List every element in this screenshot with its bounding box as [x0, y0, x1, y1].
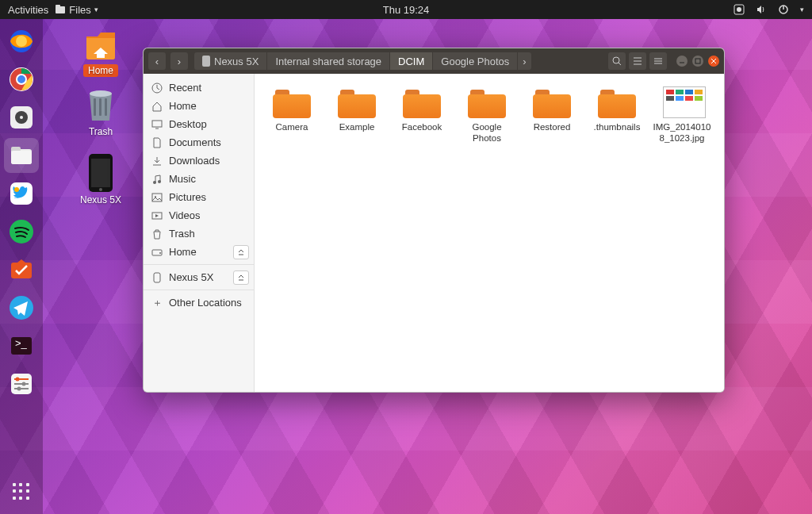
crumb-dcim[interactable]: DCIM	[390, 52, 433, 70]
phone-icon	[202, 56, 210, 67]
svg-point-46	[153, 181, 156, 184]
nav-forward-button[interactable]: ›	[170, 52, 188, 70]
svg-rect-53	[154, 273, 160, 282]
hamburger-menu-button[interactable]	[649, 52, 667, 70]
view-list-button[interactable]	[629, 52, 646, 70]
svg-point-29	[16, 378, 20, 382]
sidebar-item-videos[interactable]: Videos	[144, 206, 254, 224]
sidebar-item-label: Nexus 5X	[169, 271, 213, 283]
file-item[interactable]: Example	[324, 83, 389, 148]
dock-chrome[interactable]	[4, 62, 39, 97]
sidebar-item-desktop[interactable]: Desktop	[144, 115, 254, 133]
apps-grid-icon	[13, 483, 30, 501]
crumb-overflow[interactable]: ›	[518, 52, 530, 70]
sidebar-item-label: Downloads	[169, 155, 220, 167]
sidebar-item-home[interactable]: Home	[144, 243, 254, 261]
trash-icon	[151, 228, 163, 240]
system-menu-chevron-icon[interactable]: ▾	[800, 6, 804, 13]
power-icon[interactable]	[778, 4, 789, 15]
file-item[interactable]: Google Photos	[454, 83, 519, 148]
sidebar-item-recent[interactable]: Recent	[144, 79, 254, 97]
desktop-icon-trash[interactable]: Trash	[71, 86, 130, 137]
svg-text:>_: >_	[15, 337, 28, 349]
nav-back-button[interactable]: ‹	[148, 52, 166, 70]
screen-record-icon[interactable]	[733, 4, 745, 15]
svg-point-19	[14, 187, 19, 192]
documents-icon	[151, 137, 163, 148]
svg-rect-39	[202, 56, 210, 67]
dock-terminal[interactable]: >_	[4, 328, 39, 363]
svg-rect-48	[152, 194, 162, 201]
crumb-google-photos[interactable]: Google Photos	[433, 52, 518, 70]
volume-icon[interactable]	[756, 4, 767, 15]
svg-point-30	[22, 382, 26, 386]
pictures-icon	[151, 192, 163, 203]
dock-telegram[interactable]	[4, 290, 39, 325]
svg-rect-43	[695, 59, 700, 63]
file-item[interactable]: IMG_20140108_1023.jpg	[649, 83, 714, 148]
dock: >_	[0, 19, 43, 514]
sidebar-item-label: Music	[169, 173, 196, 185]
sidebar-item-music[interactable]: Music	[144, 170, 254, 188]
folder-icon	[468, 86, 506, 118]
desktop-icon-nexus[interactable]: Nexus 5X	[71, 154, 130, 205]
dock-rhythmbox[interactable]	[4, 100, 39, 135]
eject-button[interactable]	[233, 245, 249, 259]
window-maximize-button[interactable]	[692, 56, 703, 67]
files-headerbar[interactable]: ‹ › Nexus 5X Internal shared storage DCI…	[144, 48, 724, 74]
videos-icon	[151, 210, 163, 221]
eject-icon	[237, 274, 245, 282]
file-grid[interactable]: CameraExampleFacebookGoogle PhotosRestor…	[255, 74, 724, 392]
crumb-label: Google Photos	[441, 56, 509, 67]
window-close-button[interactable]	[708, 56, 719, 67]
crumb-label: DCIM	[398, 56, 424, 67]
chevron-right-icon: ›	[523, 56, 526, 67]
file-item[interactable]: .thumbnails	[584, 83, 649, 148]
search-button[interactable]	[608, 52, 626, 70]
svg-rect-37	[91, 159, 110, 187]
file-item[interactable]: Facebook	[389, 83, 454, 148]
file-label: .thumbnails	[594, 121, 641, 132]
sidebar-other-locations[interactable]: ＋ Other Locations	[144, 293, 254, 312]
svg-rect-17	[11, 151, 32, 164]
clock[interactable]: Thu 19:24	[383, 4, 430, 16]
desktop-icon-home[interactable]: Home	[71, 24, 130, 77]
sidebar-item-label: Documents	[169, 136, 221, 148]
window-minimize-button[interactable]	[676, 56, 688, 67]
hamburger-icon	[653, 56, 663, 66]
sidebar-item-documents[interactable]: Documents	[144, 133, 254, 152]
dock-ubuntu-software[interactable]	[4, 252, 39, 287]
svg-rect-45	[152, 121, 162, 127]
list-icon	[633, 56, 642, 66]
dock-firefox[interactable]	[4, 24, 39, 59]
dock-files[interactable]	[4, 138, 39, 173]
dock-corebird[interactable]	[4, 176, 39, 211]
desktop-icon-label: Trash	[89, 126, 113, 137]
image-thumbnail	[663, 86, 706, 118]
file-label: Restored	[534, 121, 571, 132]
close-icon	[710, 58, 717, 64]
dock-spotify[interactable]	[4, 214, 39, 249]
sidebar-item-home[interactable]: Home	[144, 97, 254, 115]
chevron-left-icon: ‹	[155, 56, 159, 67]
show-applications[interactable]	[4, 474, 39, 509]
crumb-device[interactable]: Nexus 5X	[194, 52, 267, 70]
app-menu[interactable]: Files ▾	[55, 4, 98, 16]
sidebar-item-label: Trash	[169, 228, 195, 240]
sidebar-item-nexus-5x[interactable]: Nexus 5X	[144, 268, 254, 286]
sidebar-item-trash[interactable]: Trash	[144, 224, 254, 243]
eject-button[interactable]	[233, 270, 249, 285]
sidebar-item-downloads[interactable]: Downloads	[144, 152, 254, 170]
file-item[interactable]: Camera	[259, 83, 324, 148]
file-label: Google Photos	[458, 121, 516, 144]
activities-button[interactable]: Activities	[8, 4, 48, 16]
sidebar-item-pictures[interactable]: Pictures	[144, 188, 254, 206]
drive-icon	[151, 247, 163, 258]
svg-point-40	[613, 57, 619, 63]
crumb-storage[interactable]: Internal shared storage	[267, 52, 390, 70]
svg-point-14	[20, 116, 23, 119]
file-item[interactable]: Restored	[519, 83, 584, 148]
chevron-down-icon: ▾	[94, 6, 98, 13]
svg-rect-35	[105, 98, 107, 116]
dock-settings[interactable]	[4, 366, 39, 401]
